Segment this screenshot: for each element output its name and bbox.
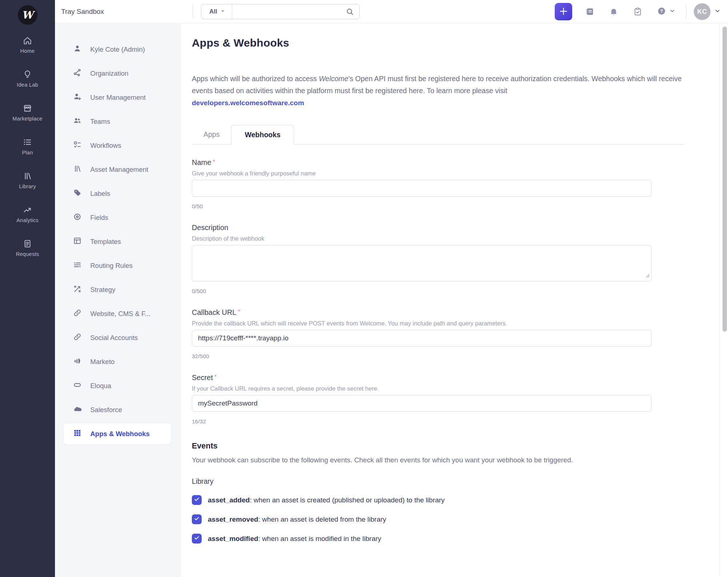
sidebar-item-analytics[interactable]: Analytics [0, 205, 55, 223]
chevron-down-icon [714, 8, 721, 16]
page-intro: Apps which will be authorized to access … [192, 73, 684, 97]
required-asterisk: * [213, 158, 215, 165]
search-input[interactable] [232, 4, 345, 19]
top-header: Tray Sandbox All [55, 0, 728, 23]
menu-item-label: Workflows [90, 142, 121, 150]
description-textarea[interactable] [192, 245, 652, 281]
name-label: Name* [192, 158, 719, 167]
primary-nav: Home Idea Lab Marketplace Plan Library A [0, 36, 55, 257]
global-search: All [201, 4, 360, 19]
sidebar-item-label: Analytics [16, 217, 39, 223]
menu-item-apps-webhooks[interactable]: Apps & Webhooks [64, 423, 171, 444]
event-row-asset-removed: asset_removed: when an asset is deleted … [192, 514, 719, 524]
analytics-icon [23, 205, 32, 215]
user-menu[interactable]: KC [694, 3, 721, 20]
menu-item-fields[interactable]: Fields [55, 206, 181, 230]
svg-text:?: ? [660, 8, 663, 14]
secret-helper: If your Callback URL requires a secret, … [192, 385, 719, 392]
link-icon [73, 308, 82, 319]
sidebar-item-plan[interactable]: Plan [0, 137, 55, 155]
sidebar-item-label: Plan [22, 150, 33, 155]
event-label: asset_modified: when an asset is modifie… [208, 535, 381, 543]
logo-w-glyph: W [22, 9, 33, 21]
label-tag-icon [73, 188, 82, 199]
sidebar-item-label: Home [20, 48, 35, 54]
menu-item-user-management[interactable]: User Management [55, 86, 181, 110]
menu-item-routing-rules[interactable]: Routing Rules [55, 254, 181, 278]
asset-modified-checkbox[interactable] [192, 534, 202, 544]
tasks-clipboard-icon[interactable] [633, 7, 643, 17]
menu-item-profile[interactable]: Kyle Cote (Admin) [55, 37, 181, 62]
menu-item-label: Organization [90, 70, 128, 78]
main-content: Apps & Webhooks Apps which will be autho… [181, 24, 719, 577]
menu-item-label: Salesforce [90, 406, 122, 414]
callback-url-input[interactable] [192, 330, 652, 347]
sidebar-item-home[interactable]: Home [0, 36, 55, 54]
event-row-asset-added: asset_added: when an asset is created (p… [192, 495, 719, 505]
menu-item-asset-management[interactable]: Asset Management [55, 158, 181, 182]
create-button[interactable] [555, 3, 572, 20]
sidebar-item-marketplace[interactable]: Marketplace [0, 103, 55, 122]
secret-input[interactable] [192, 395, 652, 412]
checkmark-icon [194, 496, 200, 504]
sidebar-item-library[interactable]: Library [0, 171, 55, 189]
menu-item-strategy[interactable]: Strategy [55, 278, 181, 302]
avatar: KC [694, 3, 711, 20]
description-field-group: Description Description of the webhook 0… [192, 224, 719, 295]
menu-item-teams[interactable]: Teams [55, 110, 181, 134]
sidebar-item-label: Marketplace [12, 116, 42, 122]
search-icon[interactable] [345, 4, 359, 19]
callback-url-label: Callback URL* [192, 308, 719, 317]
fields-target-icon [73, 212, 82, 223]
secret-char-counter: 16/32 [192, 418, 719, 425]
event-label: asset_removed: when an asset is deleted … [208, 515, 386, 523]
asset-removed-checkbox[interactable] [192, 514, 202, 524]
chevron-down-icon [220, 8, 225, 15]
user-add-icon [73, 92, 82, 103]
secret-label: Secret* [192, 374, 719, 382]
sidebar-item-requests[interactable]: Requests [0, 239, 55, 257]
templates-icon [73, 236, 82, 247]
asset-added-checkbox[interactable] [192, 495, 202, 505]
menu-item-website-cms[interactable]: Website, CMS & F... [55, 302, 181, 326]
tab-webhooks[interactable]: Webhooks [231, 125, 294, 145]
menu-item-templates[interactable]: Templates [55, 230, 181, 254]
developers-link[interactable]: developers.welcomesoftware.com [192, 99, 304, 107]
tab-bar: Apps Webhooks [192, 125, 684, 145]
notifications-bell-icon[interactable] [609, 7, 619, 17]
help-icon: ? [657, 6, 666, 17]
menu-item-label: Apps & Webhooks [90, 430, 150, 438]
menu-item-organization[interactable]: Organization [55, 62, 181, 86]
library-icon [23, 171, 32, 181]
release-notes-icon[interactable] [585, 7, 595, 17]
menu-item-social-accounts[interactable]: Social Accounts [55, 326, 181, 350]
welcome-logo[interactable]: W [18, 5, 37, 25]
sidebar-item-idea-lab[interactable]: Idea Lab [0, 70, 55, 88]
intro-product-name: Welcome [319, 75, 348, 83]
callback-url-helper: Provide the callback URL which will rece… [192, 320, 719, 327]
scrollbar-track [719, 24, 728, 577]
menu-item-label: Strategy [90, 286, 115, 294]
tab-apps[interactable]: Apps [192, 125, 231, 144]
menu-item-label: User Management [90, 94, 146, 102]
page-title: Apps & Webhooks [192, 36, 719, 50]
home-icon [23, 36, 32, 46]
search-filter-dropdown[interactable]: All [201, 4, 232, 19]
chevron-down-icon [669, 8, 675, 15]
header-actions: ? KC [555, 0, 728, 23]
marketplace-icon [23, 103, 32, 113]
description-char-counter: 0/500 [192, 288, 719, 295]
menu-item-workflows[interactable]: Workflows [55, 134, 181, 158]
callback-url-field-group: Callback URL* Provide the callback URL w… [192, 308, 719, 360]
menu-item-labels[interactable]: Labels [55, 182, 181, 206]
salesforce-cloud-icon [73, 404, 82, 415]
help-menu[interactable]: ? [657, 6, 675, 17]
events-section-description: Your webhook can subscribe to the follow… [192, 456, 719, 464]
menu-item-label: Templates [90, 238, 121, 246]
menu-item-marketo[interactable]: Marketo [55, 350, 181, 374]
menu-item-eloqua[interactable]: Eloqua [55, 374, 181, 398]
name-input[interactable] [192, 180, 652, 197]
menu-item-salesforce[interactable]: Salesforce [55, 398, 181, 422]
scrollbar-thumb[interactable] [723, 27, 727, 332]
menu-item-label: Website, CMS & F... [90, 310, 150, 318]
